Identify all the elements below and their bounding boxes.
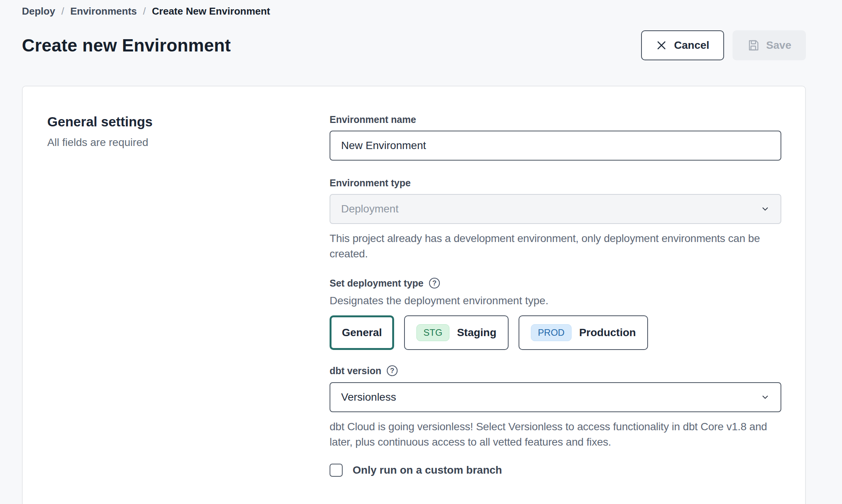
environment-type-select: Deployment (330, 194, 781, 224)
section-subtitle: All fields are required (47, 136, 330, 149)
custom-branch-checkbox[interactable] (330, 464, 343, 477)
deployment-type-general-button[interactable]: General (330, 315, 394, 350)
breadcrumb-separator: / (61, 5, 64, 17)
breadcrumb-current: Create New Environment (152, 5, 270, 17)
deployment-type-production-button[interactable]: PROD Production (519, 315, 648, 350)
breadcrumb-deploy[interactable]: Deploy (22, 5, 55, 17)
breadcrumb-separator: / (143, 5, 146, 17)
chevron-down-icon (761, 204, 770, 214)
deployment-type-general-label: General (342, 327, 382, 339)
custom-branch-label: Only run on a custom branch (353, 464, 502, 476)
create-environment-page: Deploy / Environments / Create New Envir… (0, 0, 806, 504)
chevron-down-icon (761, 393, 770, 402)
environment-name-label: Environment name (330, 114, 781, 125)
dbt-version-value: Versionless (341, 391, 396, 403)
svg-text:?: ? (432, 279, 436, 287)
help-icon[interactable]: ? (386, 365, 398, 377)
environment-name-input[interactable] (330, 131, 781, 161)
svg-text:?: ? (390, 367, 394, 375)
staging-badge: STG (416, 324, 449, 341)
dbt-version-group: dbt version ? Versionless (330, 365, 781, 450)
production-badge: PROD (531, 324, 571, 341)
deployment-type-options: General STG Staging PROD Production (330, 315, 781, 350)
dbt-version-label: dbt version ? (330, 365, 781, 377)
general-settings-card: General settings All fields are required… (22, 86, 806, 504)
environment-type-group: Environment type Deployment This project… (330, 177, 781, 262)
environment-type-label: Environment type (330, 177, 781, 189)
page-header: Create new Environment Cancel (22, 30, 806, 60)
deployment-type-label: Set deployment type ? (330, 277, 781, 289)
breadcrumb-environments[interactable]: Environments (70, 5, 137, 17)
environment-type-value: Deployment (341, 203, 398, 215)
settings-form: Environment name Environment type Deploy… (330, 114, 781, 504)
dbt-version-label-text: dbt version (330, 365, 381, 376)
deployment-type-description: Designates the deployment environment ty… (330, 295, 781, 307)
save-button[interactable]: Save (733, 30, 806, 60)
environment-name-group: Environment name (330, 114, 781, 161)
dbt-version-help: dbt Cloud is going versionless! Select V… (330, 419, 781, 450)
settings-section-intro: General settings All fields are required (46, 114, 330, 504)
page-title: Create new Environment (22, 35, 231, 56)
dbt-version-select[interactable]: Versionless (330, 382, 781, 412)
deployment-type-staging-label: Staging (457, 327, 497, 339)
deployment-type-production-label: Production (579, 327, 636, 339)
deployment-type-group: Set deployment type ? Designates the dep… (330, 277, 781, 350)
close-icon (656, 40, 667, 51)
header-actions: Cancel Save (641, 30, 806, 60)
help-icon[interactable]: ? (428, 277, 441, 289)
breadcrumb: Deploy / Environments / Create New Envir… (22, 5, 806, 17)
save-icon (747, 39, 759, 51)
section-title: General settings (47, 114, 330, 129)
deployment-type-label-text: Set deployment type (330, 278, 424, 289)
custom-branch-row[interactable]: Only run on a custom branch (330, 464, 781, 477)
deployment-type-staging-button[interactable]: STG Staging (404, 315, 509, 350)
cancel-button-label: Cancel (674, 39, 709, 51)
environment-type-help: This project already has a development e… (330, 231, 781, 262)
save-button-label: Save (766, 39, 791, 51)
cancel-button[interactable]: Cancel (641, 30, 724, 60)
